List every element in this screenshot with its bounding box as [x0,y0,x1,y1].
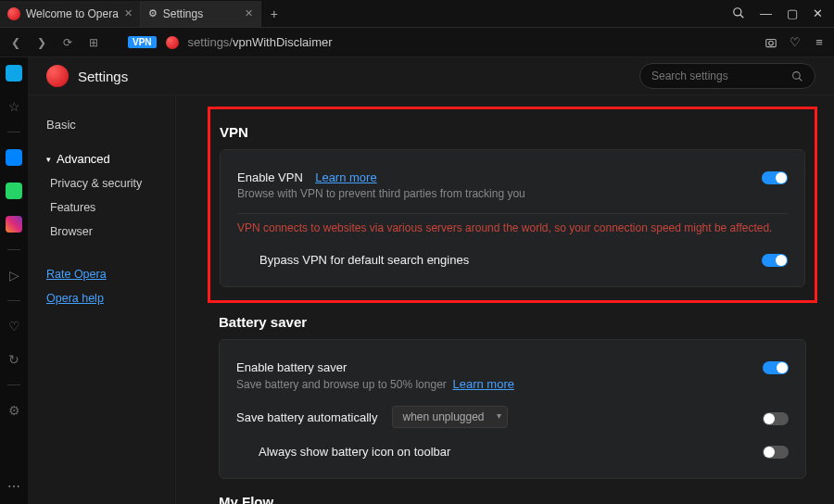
instagram-icon[interactable] [6,216,22,233]
auto-battery-toggle[interactable] [763,412,789,425]
forward-button[interactable]: ❯ [33,34,50,51]
close-icon[interactable]: ✕ [124,7,133,19]
search-settings[interactable] [639,63,815,89]
vpn-badge[interactable]: VPN [128,36,157,48]
settings-panel[interactable]: VPN Enable VPN Learn more Browse with VP… [176,95,834,504]
enable-battery-toggle[interactable] [763,361,789,374]
search-icon [791,70,803,82]
tab-label: Settings [163,7,203,20]
battery-card: Enable battery saver Save battery and br… [219,339,806,479]
opera-logo [46,65,69,87]
svg-point-3 [769,41,774,45]
enable-vpn-toggle[interactable] [762,171,788,184]
vpn-learn-more-link[interactable]: Learn more [315,170,376,184]
sidebar-rail: ☆ ▷ ♡ ↻ ⚙ ⋯ [0,57,28,504]
heart-icon[interactable]: ♡ [6,318,22,334]
history-icon[interactable]: ↻ [6,351,22,368]
auto-battery-select[interactable]: when unplugged [392,406,507,428]
enable-vpn-label: Enable VPN [237,170,303,184]
section-title-flow: My Flow [219,494,806,504]
battery-learn-more-link[interactable]: Learn more [452,377,513,391]
heart-icon[interactable]: ♡ [788,35,802,50]
enable-vpn-subtext: Browse with VPN to prevent third parties… [237,187,762,200]
opera-icon [7,7,20,20]
settings-icon[interactable]: ⚙ [6,402,22,419]
vpn-warning: VPN connects to websites via various ser… [237,213,788,242]
sidebar-item-browser[interactable]: Browser [46,220,164,244]
maximize-button[interactable]: ▢ [787,6,798,20]
enable-battery-label: Enable battery saver [236,360,347,374]
vpn-highlight: VPN Enable VPN Learn more Browse with VP… [208,107,817,303]
auto-battery-label: Save battery automatically [236,410,377,424]
always-battery-icon-toggle[interactable] [763,446,789,459]
titlebar: Welcome to Opera ✕ ⚙ Settings ✕ + — ▢ ✕ [0,0,834,28]
enable-battery-subtext: Save battery and browse up to 50% longer [236,378,447,391]
search-icon[interactable] [732,6,745,20]
close-icon[interactable]: ✕ [245,7,253,19]
url-display[interactable]: settings/vpnWithDisclaimer [188,35,333,49]
address-bar: ❮ ❯ ⟳ ⊞ VPN settings/vpnWithDisclaimer ♡… [0,28,834,57]
sidebar-item-privacy[interactable]: Privacy & security [46,171,164,195]
settings-header: Settings [28,57,834,94]
sidebar-item-advanced[interactable]: ▾Advanced [46,146,164,171]
settings-sidebar: Basic ▾Advanced Privacy & security Featu… [28,95,176,504]
svg-point-4 [793,71,801,79]
minimize-button[interactable]: — [760,6,772,20]
sidebar-item-basic[interactable]: Basic [46,112,164,137]
close-button[interactable]: ✕ [813,6,823,20]
page-title: Settings [78,69,128,84]
tab-label: Welcome to Opera [26,7,119,20]
whatsapp-icon[interactable] [6,183,22,199]
search-input[interactable] [651,69,791,82]
section-title-battery: Battery saver [219,314,806,330]
reload-button[interactable]: ⟳ [59,34,76,51]
svg-line-5 [799,78,802,81]
sidebar-item-features[interactable]: Features [46,195,164,220]
tab-settings[interactable]: ⚙ Settings ✕ [141,1,261,27]
sidebar-link-rate[interactable]: Rate Opera [46,262,164,286]
opera-icon [166,36,179,49]
play-icon[interactable]: ▷ [6,267,22,284]
new-tab-button[interactable]: + [261,6,287,21]
always-battery-icon-label: Always show battery icon on toolbar [259,445,450,459]
svg-line-1 [740,15,744,19]
bypass-vpn-toggle[interactable] [762,254,788,267]
messenger-icon[interactable] [6,149,22,166]
section-title-vpn: VPN [220,124,805,140]
bookmark-icon[interactable]: ☆ [6,98,22,115]
menu-icon[interactable]: ≡ [812,35,827,50]
svg-point-0 [734,8,741,16]
tab-welcome[interactable]: Welcome to Opera ✕ [0,1,141,27]
gear-icon: ⚙ [148,7,158,19]
more-icon[interactable]: ⋯ [6,478,22,495]
vpn-card: Enable VPN Learn more Browse with VPN to… [220,149,805,287]
rail-home-icon[interactable] [6,65,22,82]
bypass-vpn-label: Bypass VPN for default search engines [259,253,469,267]
snapshot-icon[interactable] [764,35,778,50]
speed-dial-icon[interactable]: ⊞ [85,34,102,51]
back-button[interactable]: ❮ [7,34,24,51]
sidebar-link-help[interactable]: Opera help [46,286,164,310]
